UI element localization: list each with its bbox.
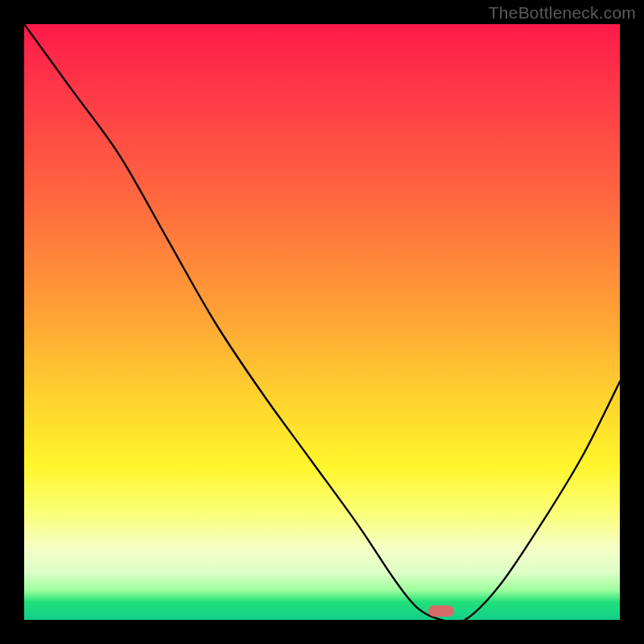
chart-frame: TheBottleneck.com: [0, 0, 644, 644]
plot-area: [24, 24, 620, 620]
optimal-point-marker: [428, 605, 454, 617]
watermark-text: TheBottleneck.com: [489, 3, 636, 23]
background-gradient: [24, 24, 620, 620]
